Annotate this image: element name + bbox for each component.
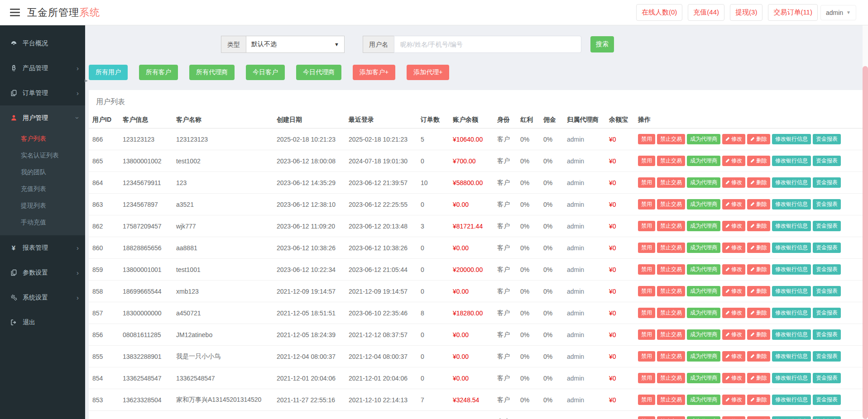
forbid-trade-button[interactable]: 禁止交易 [657, 351, 685, 362]
edit-bank-info-button[interactable]: 修改银行信息 [772, 177, 811, 188]
edit-button[interactable]: 修改 [722, 308, 745, 318]
add-customer-button[interactable]: 添加客户+ [353, 65, 395, 80]
forbid-trade-button[interactable]: 禁止交易 [657, 199, 685, 210]
trade-orders-stat[interactable]: 交易订单(11) [768, 4, 818, 21]
make-agent-button[interactable]: 成为代理商 [687, 134, 720, 144]
make-agent-button[interactable]: 成为代理商 [687, 395, 720, 405]
add-agent-button[interactable]: 添加代理+ [407, 65, 449, 80]
funds-report-button[interactable]: 资金报表 [813, 177, 841, 188]
forbid-trade-button[interactable]: 禁止交易 [657, 177, 685, 188]
disable-button[interactable]: 禁用 [638, 177, 655, 188]
disable-button[interactable]: 禁用 [638, 351, 655, 362]
all-customers-button[interactable]: 所有客户 [139, 65, 178, 80]
make-agent-button[interactable]: 成为代理商 [687, 373, 720, 383]
delete-button[interactable]: 删除 [747, 416, 770, 419]
edit-bank-info-button[interactable]: 修改银行信息 [772, 286, 811, 296]
make-agent-button[interactable]: 成为代理商 [687, 416, 720, 419]
sidebar-subitem-my-team[interactable]: 我的团队 [0, 164, 85, 181]
disable-button[interactable]: 禁用 [638, 286, 655, 296]
disable-button[interactable]: 禁用 [638, 308, 655, 318]
sidebar-subitem-recharge-list[interactable]: 充值列表 [0, 181, 85, 197]
edit-button[interactable]: 修改 [722, 199, 745, 210]
funds-report-button[interactable]: 资金报表 [813, 395, 841, 405]
edit-bank-info-button[interactable]: 修改银行信息 [772, 221, 811, 231]
funds-report-button[interactable]: 资金报表 [813, 243, 841, 253]
recharge-stat[interactable]: 充值(44) [688, 4, 724, 21]
disable-button[interactable]: 禁用 [638, 156, 655, 166]
delete-button[interactable]: 删除 [747, 199, 770, 210]
delete-button[interactable]: 删除 [747, 373, 770, 383]
delete-button[interactable]: 删除 [747, 351, 770, 362]
sidebar-subitem-customer-list[interactable]: 客户列表 [0, 130, 85, 147]
menu-toggle-icon[interactable] [10, 7, 20, 18]
delete-button[interactable]: 删除 [747, 134, 770, 144]
forbid-trade-button[interactable]: 禁止交易 [657, 156, 685, 166]
search-button[interactable]: 搜索 [590, 36, 614, 52]
disable-button[interactable]: 禁用 [638, 134, 655, 144]
edit-button[interactable]: 修改 [722, 416, 745, 419]
funds-report-button[interactable]: 资金报表 [813, 308, 841, 318]
username-input[interactable] [394, 36, 581, 53]
disable-button[interactable]: 禁用 [638, 221, 655, 231]
disable-button[interactable]: 禁用 [638, 264, 655, 275]
funds-report-button[interactable]: 资金报表 [813, 351, 841, 362]
edit-bank-info-button[interactable]: 修改银行信息 [772, 395, 811, 405]
admin-dropdown[interactable]: admin ▼ [820, 5, 856, 20]
funds-report-button[interactable]: 资金报表 [813, 264, 841, 275]
page-scrollbar[interactable] [863, 25, 868, 419]
edit-button[interactable]: 修改 [722, 221, 745, 231]
delete-button[interactable]: 删除 [747, 221, 770, 231]
funds-report-button[interactable]: 资金报表 [813, 373, 841, 383]
edit-button[interactable]: 修改 [722, 286, 745, 296]
delete-button[interactable]: 删除 [747, 177, 770, 188]
sidebar-subitem-realname-auth-list[interactable]: 实名认证列表 [0, 147, 85, 164]
edit-bank-info-button[interactable]: 修改银行信息 [772, 329, 811, 340]
funds-report-button[interactable]: 资金报表 [813, 221, 841, 231]
online-users-stat[interactable]: 在线人数(0) [636, 4, 682, 21]
forbid-trade-button[interactable]: 禁止交易 [657, 416, 685, 419]
forbid-trade-button[interactable]: 禁止交易 [657, 243, 685, 253]
sidebar-item-product-management[interactable]: 产品管理› [0, 56, 85, 81]
funds-report-button[interactable]: 资金报表 [813, 286, 841, 296]
funds-report-button[interactable]: 资金报表 [813, 156, 841, 166]
make-agent-button[interactable]: 成为代理商 [687, 329, 720, 340]
make-agent-button[interactable]: 成为代理商 [687, 221, 720, 231]
sidebar-item-report-management[interactable]: ¥报表管理› [0, 235, 85, 260]
withdraw-stat[interactable]: 提现(3) [730, 4, 762, 21]
edit-button[interactable]: 修改 [722, 264, 745, 275]
edit-bank-info-button[interactable]: 修改银行信息 [772, 416, 811, 419]
make-agent-button[interactable]: 成为代理商 [687, 199, 720, 210]
sidebar-item-platform-overview[interactable]: 平台概况 [0, 31, 85, 56]
sidebar-item-user-management[interactable]: 用户管理› [0, 105, 85, 130]
edit-bank-info-button[interactable]: 修改银行信息 [772, 373, 811, 383]
edit-button[interactable]: 修改 [722, 395, 745, 405]
edit-button[interactable]: 修改 [722, 134, 745, 144]
type-select[interactable]: 默认不选 ▼ [246, 36, 345, 53]
make-agent-button[interactable]: 成为代理商 [687, 177, 720, 188]
forbid-trade-button[interactable]: 禁止交易 [657, 286, 685, 296]
sidebar-item-logout[interactable]: 退出 [0, 310, 85, 335]
edit-bank-info-button[interactable]: 修改银行信息 [772, 134, 811, 144]
forbid-trade-button[interactable]: 禁止交易 [657, 134, 685, 144]
disable-button[interactable]: 禁用 [638, 395, 655, 405]
forbid-trade-button[interactable]: 禁止交易 [657, 373, 685, 383]
edit-button[interactable]: 修改 [722, 243, 745, 253]
make-agent-button[interactable]: 成为代理商 [687, 264, 720, 275]
sidebar-item-system-settings[interactable]: 系统设置› [0, 285, 85, 310]
delete-button[interactable]: 删除 [747, 329, 770, 340]
make-agent-button[interactable]: 成为代理商 [687, 286, 720, 296]
edit-bank-info-button[interactable]: 修改银行信息 [772, 156, 811, 166]
make-agent-button[interactable]: 成为代理商 [687, 351, 720, 362]
make-agent-button[interactable]: 成为代理商 [687, 308, 720, 318]
sidebar-subitem-manual-recharge[interactable]: 手动充值 [0, 214, 85, 231]
delete-button[interactable]: 删除 [747, 395, 770, 405]
sidebar-collapse-handle[interactable]: ▶ [85, 68, 90, 93]
sidebar-subitem-withdraw-list[interactable]: 提现列表 [0, 197, 85, 214]
delete-button[interactable]: 删除 [747, 308, 770, 318]
all-agents-button[interactable]: 所有代理商 [189, 65, 235, 80]
edit-bank-info-button[interactable]: 修改银行信息 [772, 243, 811, 253]
make-agent-button[interactable]: 成为代理商 [687, 243, 720, 253]
disable-button[interactable]: 禁用 [638, 373, 655, 383]
edit-button[interactable]: 修改 [722, 177, 745, 188]
scrollbar-thumb[interactable] [863, 66, 868, 419]
